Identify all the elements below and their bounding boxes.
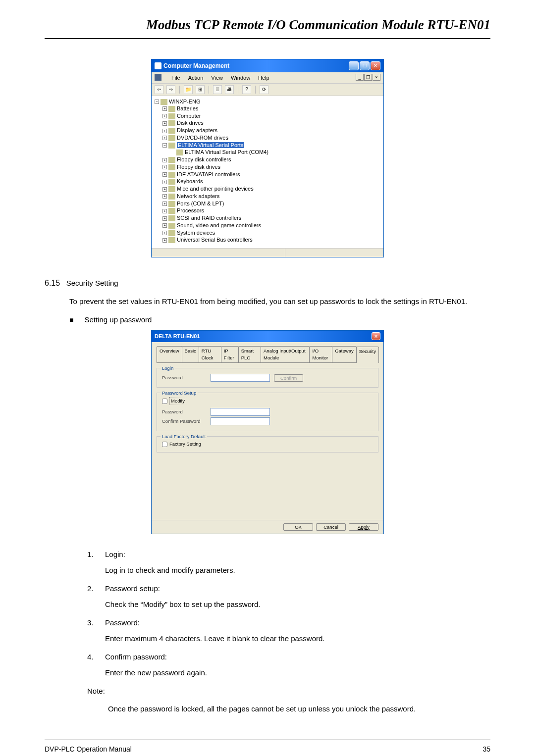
properties-icon[interactable]: ≣ — [213, 85, 222, 94]
up-folder-icon[interactable]: 📁 — [184, 85, 193, 94]
expand-icon[interactable]: + — [162, 121, 167, 126]
port-icon — [176, 150, 183, 155]
menu-view[interactable]: View — [211, 74, 223, 82]
expand-icon[interactable]: + — [162, 216, 167, 221]
tree-item[interactable]: DVD/CD-ROM drives — [177, 135, 228, 141]
sep — [209, 86, 209, 94]
cancel-button[interactable]: Cancel — [316, 523, 346, 531]
tree-item[interactable]: Processors — [177, 207, 204, 213]
tab-io-monitor[interactable]: I/O Monitor — [309, 346, 332, 363]
tree-item-selected[interactable]: ELTIMA Virtual Serial Ports — [177, 142, 244, 148]
menu-file[interactable]: File — [171, 74, 180, 82]
section-intro: To prevent the set values in RTU-EN01 fr… — [69, 296, 490, 307]
tree-item[interactable]: Batteries — [177, 105, 198, 111]
tree-root[interactable]: WINXP-ENG — [169, 99, 201, 104]
login-password-field[interactable] — [211, 374, 270, 382]
tab-ip-filter[interactable]: IP Filter — [221, 346, 239, 363]
item-title: Login: — [105, 549, 235, 560]
confirm-password-field[interactable] — [211, 417, 270, 425]
tab-security[interactable]: Security — [356, 347, 379, 363]
device-tree[interactable]: −WINXP-ENG +Batteries +Computer +Disk dr… — [152, 96, 383, 248]
tab-overview[interactable]: Overview — [157, 346, 182, 363]
expand-icon[interactable]: + — [162, 202, 167, 206]
tree-item[interactable]: SCSI and RAID controllers — [177, 215, 241, 221]
dvd-icon — [168, 135, 175, 141]
help-icon[interactable]: ? — [242, 85, 251, 94]
tab-analog[interactable]: Analog Input/Output Module — [261, 346, 310, 363]
footer-left: DVP-PLC Operation Manual — [45, 744, 132, 755]
expand-icon[interactable]: + — [162, 129, 167, 133]
tree-item[interactable]: IDE ATA/ATAPI controllers — [177, 171, 240, 177]
close-button[interactable]: × — [371, 61, 380, 70]
tab-basic[interactable]: Basic — [182, 346, 199, 363]
mdi-restore[interactable]: ❐ — [364, 74, 372, 81]
section-title: Security Setting — [66, 279, 118, 287]
tab-smart-plc[interactable]: Smart PLC — [238, 346, 261, 363]
tab-gateway[interactable]: Gateway — [332, 346, 357, 363]
dm-statusbar — [152, 248, 383, 257]
ide-icon — [168, 172, 175, 178]
tree-item[interactable]: ELTIMA Virtual Serial Port (COM4) — [185, 149, 268, 155]
sec-titlebar: DELTA RTU-EN01 × — [152, 331, 383, 342]
expand-icon[interactable]: + — [162, 136, 167, 140]
modify-checkbox[interactable] — [162, 399, 167, 404]
refresh-icon[interactable]: ⟳ — [260, 85, 268, 94]
expand-icon[interactable]: + — [162, 158, 167, 162]
confirm-button[interactable]: Confirm — [274, 374, 303, 382]
expand-icon[interactable]: + — [162, 238, 167, 243]
tree-item[interactable]: Floppy disk drives — [177, 164, 220, 170]
collapse-icon[interactable]: − — [155, 100, 159, 104]
apply-button[interactable]: Apply — [349, 523, 378, 531]
expand-icon[interactable]: + — [162, 223, 167, 228]
tree-item[interactable]: Keyboards — [177, 178, 203, 184]
nav-back-icon[interactable]: ⇦ — [155, 85, 163, 94]
battery-icon — [168, 106, 175, 112]
keyboard-icon — [168, 179, 175, 185]
tree-item[interactable]: Universal Serial Bus controllers — [177, 237, 253, 243]
expand-icon[interactable]: + — [162, 187, 167, 192]
expand-icon[interactable]: + — [162, 209, 167, 213]
tree-item[interactable]: Sound, video and game controllers — [177, 222, 261, 228]
nav-fwd-icon[interactable]: ⇨ — [166, 85, 175, 94]
tree-item[interactable]: Mice and other pointing devices — [177, 186, 254, 192]
cpu-icon — [168, 208, 175, 214]
menu-window[interactable]: Window — [231, 74, 250, 82]
tree-item[interactable]: System devices — [177, 230, 215, 236]
dm-titlebar: Computer Management _ □ × — [152, 59, 383, 72]
tab-bar: Overview Basic RTU Clock IP Filter Smart… — [157, 346, 378, 363]
pc-icon — [168, 113, 175, 119]
expand-icon[interactable]: + — [162, 194, 167, 199]
factory-checkbox[interactable] — [162, 442, 167, 447]
mdi-minimize[interactable]: _ — [356, 74, 364, 81]
tree-item[interactable]: Disk drives — [177, 120, 204, 126]
setup-password-field[interactable] — [211, 408, 270, 416]
expand-icon[interactable]: + — [162, 172, 167, 177]
menu-action[interactable]: Action — [188, 74, 204, 82]
expand-icon[interactable]: + — [162, 114, 167, 118]
tree-item[interactable]: Computer — [177, 113, 201, 119]
ok-button[interactable]: OK — [283, 523, 313, 531]
print-icon[interactable]: 🖶 — [225, 85, 234, 94]
maximize-button[interactable]: □ — [360, 61, 370, 70]
tab-rtu-clock[interactable]: RTU Clock — [199, 346, 221, 363]
expand-icon[interactable]: + — [162, 180, 167, 184]
floppy-icon — [168, 164, 175, 170]
minimize-button[interactable]: _ — [349, 61, 359, 70]
expand-icon[interactable]: + — [162, 231, 167, 235]
menu-help[interactable]: Help — [258, 74, 269, 82]
sep — [255, 86, 256, 94]
expand-icon[interactable]: + — [162, 106, 167, 111]
tree-item[interactable]: Network adapters — [177, 193, 219, 199]
close-button[interactable]: × — [372, 332, 380, 340]
list-item: 4. Confirm password: Enter the new passw… — [87, 652, 490, 679]
view-icon[interactable]: ⊞ — [196, 85, 205, 94]
usb-icon — [168, 237, 175, 243]
tree-item[interactable]: Ports (COM & LPT) — [177, 201, 224, 206]
tree-item[interactable]: Floppy disk controllers — [177, 156, 231, 162]
factory-label: Factory Setting — [169, 441, 201, 448]
login-password-label: Password — [162, 374, 207, 381]
tree-item[interactable]: Display adapters — [177, 127, 217, 133]
expand-icon[interactable]: + — [162, 165, 167, 169]
collapse-icon[interactable]: − — [162, 143, 167, 148]
mdi-close[interactable]: × — [373, 74, 380, 81]
